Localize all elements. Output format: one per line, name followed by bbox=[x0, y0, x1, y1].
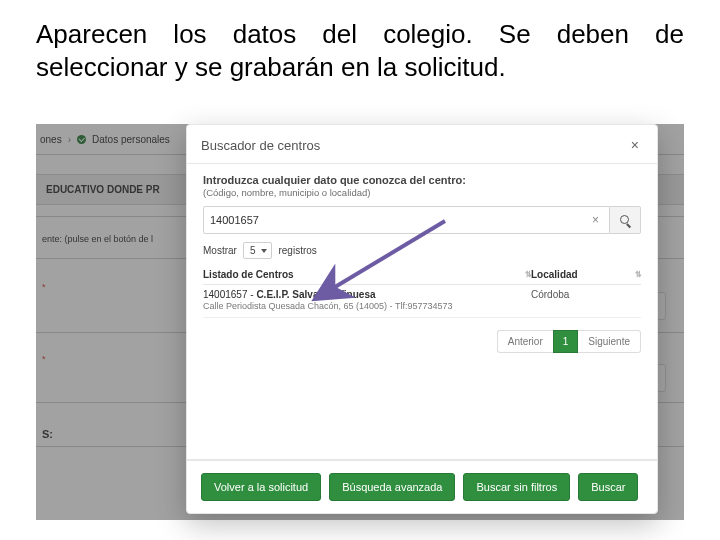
column-header-locality[interactable]: Localidad ⇅ bbox=[531, 269, 641, 280]
results-header-row: Listado de Centros ⇅ Localidad ⇅ bbox=[203, 269, 641, 285]
search-field-sublabel: (Código, nombre, municipio o localidad) bbox=[203, 187, 641, 198]
column-header-list[interactable]: Listado de Centros ⇅ bbox=[203, 269, 531, 280]
page-size-row: Mostrar 5 registros bbox=[203, 242, 641, 259]
modal-header: Buscador de centros × bbox=[187, 125, 657, 163]
result-title: 14001657 - C.E.I.P. Salvador Vinuesa bbox=[203, 289, 531, 300]
close-icon[interactable]: × bbox=[627, 135, 643, 155]
page-size-prefix: Mostrar bbox=[203, 245, 237, 256]
result-code: 14001657 - bbox=[203, 289, 256, 300]
search-field-label: Introduzca cualquier dato que conozca de… bbox=[203, 174, 641, 186]
search-input-row: 14001657 × bbox=[203, 206, 641, 234]
back-to-request-button[interactable]: Volver a la solicitud bbox=[201, 473, 321, 501]
search-no-filters-button[interactable]: Buscar sin filtros bbox=[463, 473, 570, 501]
search-input-value: 14001657 bbox=[210, 214, 259, 226]
search-button[interactable]: Buscar bbox=[578, 473, 638, 501]
pager-prev-button[interactable]: Anterior bbox=[497, 330, 553, 353]
modal-footer: Volver a la solicitud Búsqueda avanzada … bbox=[187, 460, 657, 513]
modal-body: Introduzca cualquier dato que conozca de… bbox=[187, 164, 657, 459]
pager-next-button[interactable]: Siguiente bbox=[578, 330, 641, 353]
page-size-suffix: registros bbox=[278, 245, 316, 256]
clear-icon[interactable]: × bbox=[588, 213, 603, 227]
pagination: Anterior 1 Siguiente bbox=[203, 330, 641, 353]
modal-title: Buscador de centros bbox=[201, 138, 320, 153]
slide-caption: Aparecen los datos del colegio. Se deben… bbox=[36, 18, 684, 83]
search-centers-modal: Buscador de centros × Introduzca cualqui… bbox=[186, 124, 658, 514]
result-name: C.E.I.P. Salvador Vinuesa bbox=[256, 289, 375, 300]
page-size-select[interactable]: 5 bbox=[243, 242, 273, 259]
result-address: Calle Periodista Quesada Chacón, 65 (140… bbox=[203, 301, 531, 311]
result-locality: Córdoba bbox=[531, 289, 641, 311]
sort-icon: ⇅ bbox=[635, 270, 641, 279]
screenshot-frame: ones › Datos personales EDUCATIVO DONDE … bbox=[36, 124, 684, 520]
search-button-icon[interactable] bbox=[610, 206, 641, 234]
search-icon bbox=[620, 215, 631, 226]
pager-current-page[interactable]: 1 bbox=[553, 330, 579, 353]
advanced-search-button[interactable]: Búsqueda avanzada bbox=[329, 473, 455, 501]
result-row[interactable]: 14001657 - C.E.I.P. Salvador Vinuesa Cal… bbox=[203, 285, 641, 318]
search-input[interactable]: 14001657 × bbox=[203, 206, 610, 234]
